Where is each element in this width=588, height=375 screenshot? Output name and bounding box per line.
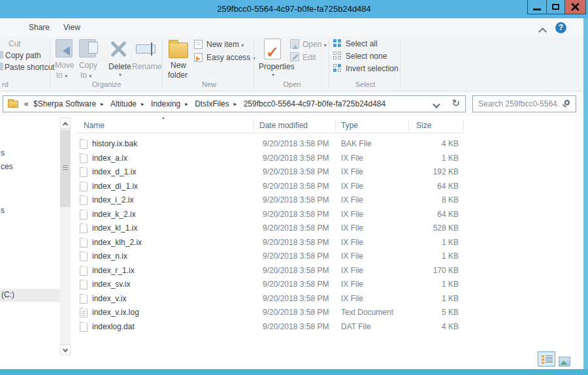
file-row[interactable]: index_k_2.ix 9/20/2018 3:58 PM IX File 6… (76, 208, 464, 222)
copy-to-button[interactable]: Copy (79, 61, 97, 70)
group-separator (253, 39, 254, 88)
breadcrumb-separator-icon[interactable]: ▸ (97, 101, 107, 107)
properties-icon (264, 39, 281, 59)
column-header-date-modified[interactable]: Date modified (259, 121, 308, 130)
search-box (472, 95, 576, 112)
select-all-button[interactable]: Select all (346, 39, 378, 48)
collapse-ribbon-icon[interactable] (540, 27, 546, 33)
copy-path-icon (0, 51, 3, 59)
large-icons-view-button[interactable] (559, 357, 570, 367)
sidebar-item-fragment[interactable]: s (1, 206, 5, 215)
file-icon (80, 308, 88, 318)
column-header-type[interactable]: Type (341, 121, 358, 130)
move-to-icon (56, 39, 73, 57)
column-separator[interactable] (408, 120, 409, 131)
file-date-cell: 9/20/2018 3:58 PM (263, 266, 329, 275)
details-view-button[interactable] (538, 351, 555, 367)
rename-button[interactable]: Rename (132, 62, 161, 71)
minimize-icon (533, 8, 541, 10)
new-folder-button[interactable]: New (171, 61, 186, 70)
open-button[interactable]: Open ▾ (302, 40, 327, 49)
select-none-button[interactable]: Select none (346, 52, 387, 61)
file-row[interactable]: history.ix.bak 9/20/2018 3:58 PM BAK Fil… (76, 137, 464, 152)
sidebar-scrollbar-thumb[interactable] (60, 130, 71, 207)
file-row[interactable]: indexlog.dat 9/20/2018 3:58 PM DAT File … (76, 320, 464, 334)
paste-shortcut-button[interactable]: Paste shortcut (5, 63, 55, 72)
scroll-down-button[interactable] (60, 344, 71, 355)
file-row[interactable]: index_a.ix 9/20/2018 3:58 PM IX File 1 K… (76, 152, 464, 166)
maximize-icon (552, 4, 559, 10)
column-header-size[interactable]: Size (416, 121, 431, 130)
file-row[interactable]: index_sv.ix 9/20/2018 3:58 PM IX File 1 … (76, 278, 464, 292)
copy-path-button[interactable]: Copy path (5, 51, 41, 60)
dropdown-icon: ▾ (241, 42, 244, 48)
breadcrumb-item[interactable]: Indexing (150, 99, 182, 108)
file-row[interactable]: index_i_2.ix 9/20/2018 3:58 PM IX File 8… (76, 193, 464, 208)
tab-view[interactable]: View (63, 23, 80, 32)
breadcrumb: « $Sherpa Software▸ Altitude▸ Indexing▸ … (23, 99, 387, 108)
refresh-icon[interactable]: ↻ (451, 97, 460, 109)
properties-button[interactable]: Properties (259, 62, 295, 71)
dropdown-icon: ▾ (89, 73, 91, 79)
column-separator[interactable] (335, 120, 336, 131)
sidebar-item-fragment[interactable]: s (1, 148, 5, 157)
column-separator[interactable] (463, 120, 464, 131)
breadcrumb-overflow[interactable]: « (23, 99, 30, 108)
select-none-icon (333, 52, 342, 60)
file-row[interactable]: index_v.ix.log 9/20/2018 3:58 PM Text Do… (76, 306, 464, 320)
file-date-cell: 9/20/2018 3:58 PM (263, 210, 329, 219)
breadcrumb-item[interactable]: $Sherpa Software (32, 99, 97, 108)
file-row[interactable]: index_n.ix 9/20/2018 3:58 PM IX File 1 K… (76, 250, 464, 264)
sidebar-item-fragment[interactable]: ces (1, 162, 13, 171)
breadcrumb-item[interactable]: Altitude (109, 99, 138, 108)
invert-selection-button[interactable]: Invert selection (346, 64, 399, 73)
file-row[interactable]: index_kl_1.ix 9/20/2018 3:58 PM IX File … (76, 221, 464, 236)
close-button[interactable] (565, 0, 586, 14)
file-name-cell: index_a.ix (92, 154, 127, 163)
file-size-cell: 170 KB (406, 266, 459, 275)
address-dropdown-icon[interactable] (433, 102, 439, 108)
file-name-cell: index_k_2.ix (92, 210, 136, 219)
breadcrumb-separator-icon[interactable]: ▸ (182, 101, 191, 107)
sidebar-item-local-disk[interactable]: (C:) (0, 289, 60, 302)
tab-share[interactable]: Share (29, 23, 50, 32)
search-input[interactable] (478, 97, 560, 111)
delete-button[interactable]: Delete (108, 62, 131, 71)
new-item-button[interactable]: New item ▾ (206, 40, 244, 49)
file-icon (80, 167, 88, 177)
file-type-cell: IX File (341, 252, 363, 261)
breadcrumb-item[interactable]: DtsIxFiles (193, 99, 231, 108)
minimize-button[interactable] (527, 0, 547, 14)
search-icon[interactable] (564, 100, 570, 105)
move-to-button[interactable]: Move (55, 61, 74, 70)
cut-button[interactable]: Cut (8, 39, 21, 48)
file-icon (80, 195, 88, 205)
breadcrumb-item-current[interactable]: 259fbcc0-5564-4c97-b0fe-fa725b24d484 (242, 99, 387, 108)
breadcrumb-separator-icon[interactable]: ▸ (231, 101, 240, 107)
file-name-cell: index_v.ix (92, 294, 126, 303)
file-row[interactable]: index_klh_2.ix 9/20/2018 3:58 PM IX File… (76, 236, 464, 250)
address-row: « $Sherpa Software▸ Altitude▸ Indexing▸ … (0, 91, 583, 116)
file-date-cell: 9/20/2018 3:58 PM (263, 139, 329, 148)
dropdown-icon: ▾ (65, 73, 67, 79)
file-icon (80, 294, 88, 304)
file-name-cell: index_klh_2.ix (92, 238, 142, 247)
file-row[interactable]: index_di_1.ix 9/20/2018 3:58 PM IX File … (76, 180, 464, 194)
organize-group-label: Organize (78, 80, 135, 88)
easy-access-button[interactable]: Easy access ▾ (206, 53, 255, 62)
file-icon (80, 252, 88, 261)
breadcrumb-separator-icon[interactable]: ▸ (138, 101, 148, 107)
scroll-up-button[interactable] (60, 118, 71, 129)
file-row[interactable]: index_d_1.ix 9/20/2018 3:58 PM IX File 1… (76, 165, 464, 180)
address-bar[interactable]: « $Sherpa Software▸ Altitude▸ Indexing▸ … (3, 95, 466, 112)
file-name-cell: index_n.ix (92, 252, 127, 261)
column-separator[interactable] (253, 120, 254, 131)
maximize-button[interactable] (547, 0, 565, 14)
file-icon (80, 139, 88, 149)
column-header-name[interactable]: Name (84, 121, 105, 130)
edit-button[interactable]: Edit (302, 53, 316, 62)
file-row[interactable]: index_r_1.ix 9/20/2018 3:58 PM IX File 1… (76, 264, 464, 278)
ribbon: Cut Copy path Paste shortcut rd Move to … (0, 37, 583, 91)
file-row[interactable]: index_v.ix 9/20/2018 3:58 PM IX File 1 K… (76, 292, 464, 306)
help-icon[interactable]: ? (555, 22, 566, 33)
